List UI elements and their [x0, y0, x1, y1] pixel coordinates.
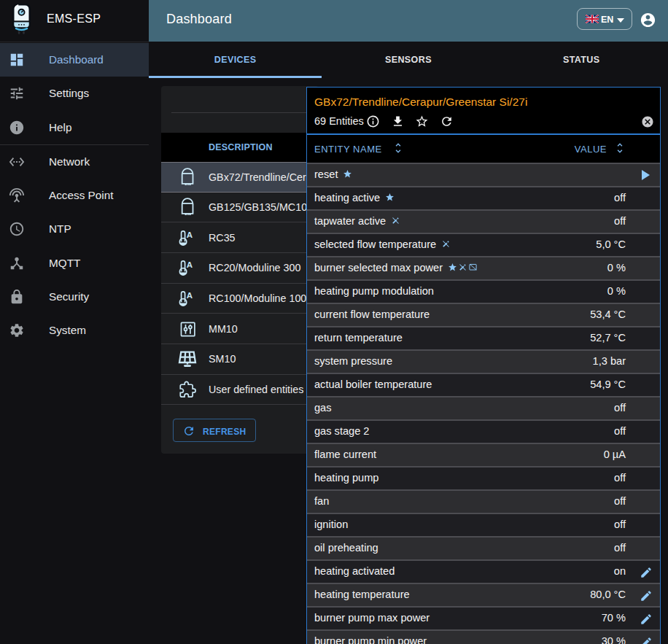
svg-text:A: A — [186, 261, 192, 270]
svg-text:A: A — [186, 291, 192, 300]
svg-text:A: A — [186, 230, 192, 239]
